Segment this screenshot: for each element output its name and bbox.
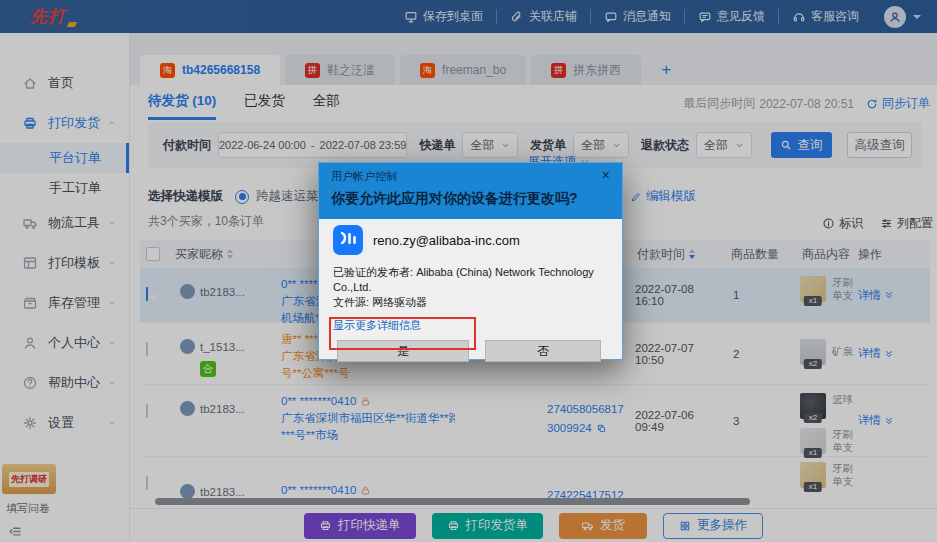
uac-question: 你要允许此应用对你的设备进行更改吗? xyxy=(331,190,614,208)
uac-title: 用户帐户控制 xyxy=(331,169,397,184)
close-icon[interactable]: × xyxy=(598,169,614,182)
app-icon xyxy=(333,225,363,255)
uac-publisher-info: 已验证的发布者: Alibaba (China) Network Technol… xyxy=(333,265,608,310)
annotation-highlight-box xyxy=(329,317,476,350)
uac-app-id: reno.zy@alibaba-inc.com xyxy=(373,233,520,248)
uac-header-band: 用户帐户控制 × 你要允许此应用对你的设备进行更改吗? xyxy=(319,163,622,219)
uac-no-button[interactable]: 否 xyxy=(485,340,601,362)
